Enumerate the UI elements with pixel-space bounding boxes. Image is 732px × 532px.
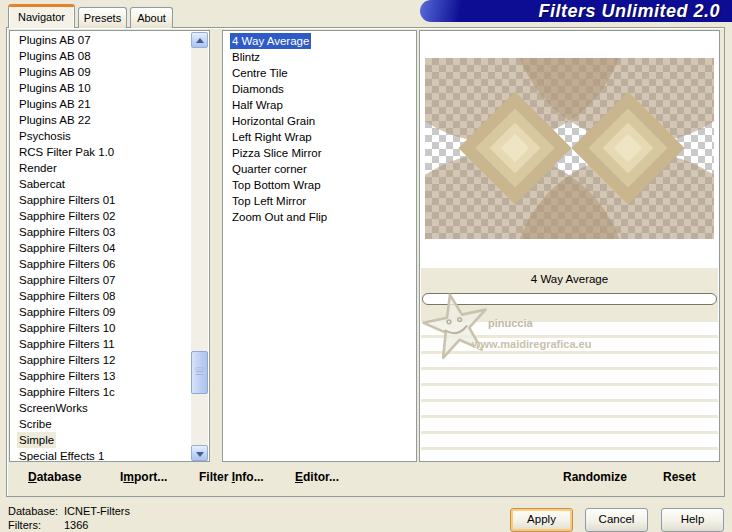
preview-panel: 4 Way Average pinuccia www.maidiregrafic… [419, 30, 720, 462]
filter-category-list: Plugins AB 07 Plugins AB 08 Plugins AB 0… [9, 30, 210, 462]
category-item[interactable]: ScreenWorks [10, 400, 209, 416]
filter-item[interactable]: Centre Tile [223, 65, 416, 81]
category-item[interactable]: Sapphire Filters 03 [10, 224, 209, 240]
editor-button[interactable]: Editor... [295, 462, 339, 492]
tab-about-label: About [137, 12, 166, 24]
category-item[interactable]: RCS Filter Pak 1.0 [10, 144, 209, 160]
category-item[interactable]: Sapphire Filters 01 [10, 192, 209, 208]
apply-button[interactable]: Apply [510, 508, 573, 532]
category-item[interactable]: Plugins AB 08 [10, 48, 209, 64]
database-status-label: Database: [8, 505, 58, 517]
category-item[interactable]: Plugins AB 21 [10, 96, 209, 112]
arrow-up-icon [196, 38, 204, 43]
category-item[interactable]: Sapphire Filters 07 [10, 272, 209, 288]
category-item[interactable]: Sapphire Filters 12 [10, 352, 209, 368]
category-item[interactable]: Sapphire Filters 10 [10, 320, 209, 336]
command-bar: Database Import... Filter Info... Editor… [8, 462, 719, 492]
import-button[interactable]: Import... [120, 462, 167, 492]
filter-item[interactable]: Zoom Out and Flip [223, 209, 416, 225]
category-item[interactable]: Sapphire Filters 04 [10, 240, 209, 256]
scrollbar-thumb[interactable] [191, 351, 208, 394]
filter-item[interactable]: Top Bottom Wrap [223, 177, 416, 193]
tab-navigator[interactable]: Navigator [8, 4, 75, 28]
tab-presets[interactable]: Presets [78, 7, 127, 28]
randomize-button[interactable]: Randomize [563, 462, 627, 492]
category-item[interactable]: Special Effects 1 [10, 448, 209, 462]
category-item-selected[interactable]: Simple [10, 432, 209, 448]
filter-list: 4 Way Average Blintz Centre Tile Diamond… [222, 30, 417, 462]
filter-item[interactable]: Half Wrap [223, 97, 416, 113]
category-item[interactable]: Sapphire Filters 13 [10, 368, 209, 384]
empty-parameter-rows [421, 319, 718, 462]
title-banner: Filters Unlimited 2.0 [420, 0, 732, 22]
pattern-diamond [588, 108, 668, 188]
category-item[interactable]: Plugins AB 09 [10, 64, 209, 80]
pattern-diamond [475, 108, 555, 188]
arrow-down-icon [196, 452, 204, 457]
filter-item[interactable]: Diamonds [223, 81, 416, 97]
cancel-button[interactable]: Cancel [585, 508, 648, 532]
scroll-down-button[interactable] [191, 445, 208, 461]
scroll-up-button[interactable] [191, 32, 208, 48]
category-item[interactable]: Plugins AB 10 [10, 80, 209, 96]
filter-preview-image [425, 58, 714, 239]
category-item[interactable]: Plugins AB 22 [10, 112, 209, 128]
filter-item[interactable]: Top Left Mirror [223, 193, 416, 209]
filter-item[interactable]: Blintz [223, 49, 416, 65]
category-item[interactable]: Scribe [10, 416, 209, 432]
category-item[interactable]: Sapphire Filters 11 [10, 336, 209, 352]
category-item[interactable]: Sapphire Filters 09 [10, 304, 209, 320]
category-item[interactable]: Sapphire Filters 06 [10, 256, 209, 272]
category-item[interactable]: Render [10, 160, 209, 176]
filter-item-selected[interactable]: 4 Way Average [223, 33, 416, 49]
filter-parameter-slider[interactable] [422, 293, 717, 305]
filter-item[interactable]: Horizontal Grain [223, 113, 416, 129]
database-button[interactable]: Database [28, 462, 81, 492]
category-item[interactable]: Plugins AB 07 [10, 32, 209, 48]
tab-navigator-label: Navigator [18, 11, 65, 23]
tab-presets-label: Presets [84, 12, 121, 24]
category-item[interactable]: Psychosis [10, 128, 209, 144]
tab-about[interactable]: About [130, 7, 173, 28]
database-status-value: ICNET-Filters [64, 505, 130, 517]
filter-item[interactable]: Pizza Slice Mirror [223, 145, 416, 161]
filters-count-value: 1366 [64, 519, 88, 531]
category-item[interactable]: Sapphire Filters 02 [10, 208, 209, 224]
parameter-band: 4 Way Average [421, 268, 718, 319]
filter-info-button[interactable]: Filter Info... [199, 462, 264, 492]
selected-filter-caption: 4 Way Average [421, 268, 718, 290]
category-list-scrollbar[interactable] [191, 32, 208, 461]
filter-item[interactable]: Quarter corner [223, 161, 416, 177]
category-item[interactable]: Sapphire Filters 08 [10, 288, 209, 304]
filter-item[interactable]: Left Right Wrap [223, 129, 416, 145]
filters-count-label: Filters: [8, 519, 41, 531]
filters-unlimited-dialog: { "window": { "title": "Filters Unlimite… [0, 0, 732, 532]
category-item[interactable]: Sabercat [10, 176, 209, 192]
reset-button[interactable]: Reset [663, 462, 696, 492]
help-button[interactable]: Help [661, 508, 724, 532]
category-item[interactable]: Sapphire Filters 1c [10, 384, 209, 400]
app-title: Filters Unlimited 2.0 [538, 0, 720, 22]
